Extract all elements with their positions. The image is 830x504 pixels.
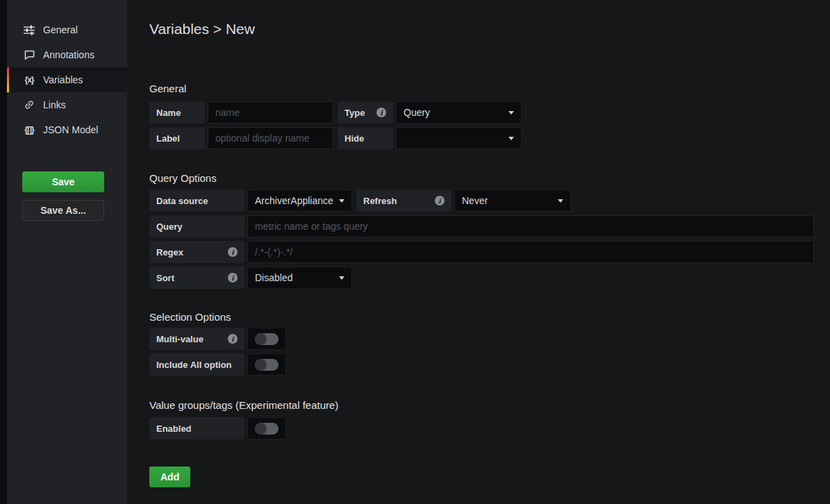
general-row-2: Label Hide bbox=[149, 127, 830, 149]
label-label: Label bbox=[149, 127, 205, 149]
refresh-select[interactable]: Never bbox=[454, 190, 571, 212]
add-button[interactable]: Add bbox=[149, 467, 190, 487]
label-field-group: Label bbox=[149, 127, 333, 149]
page-title: Variables > New bbox=[149, 21, 830, 37]
comment-icon bbox=[23, 50, 35, 60]
sidebar-item-links[interactable]: Links bbox=[7, 92, 127, 117]
sidebar-item-general[interactable]: General bbox=[7, 17, 127, 42]
type-select[interactable]: Query bbox=[396, 101, 522, 124]
multi-value-row: Multi-value i bbox=[149, 328, 830, 350]
settings-content: Variables > New General Name Type i Quer… bbox=[127, 0, 830, 504]
type-label-text: Type bbox=[345, 108, 365, 118]
collapsed-nav-strip bbox=[0, 0, 7, 504]
query-row: Query bbox=[149, 215, 830, 237]
refresh-select-value: Never bbox=[462, 195, 488, 206]
toggle-knob bbox=[255, 359, 267, 371]
toggle-switch-off bbox=[255, 359, 279, 371]
sort-label-text: Sort bbox=[156, 273, 174, 283]
hide-select[interactable] bbox=[396, 127, 522, 149]
general-heading: General bbox=[149, 83, 830, 95]
general-row-1: Name Type i Query bbox=[149, 101, 830, 124]
link-icon bbox=[23, 99, 35, 110]
chevron-down-icon bbox=[558, 199, 563, 203]
include-all-label: Include All option bbox=[149, 353, 244, 376]
query-options-heading: Query Options bbox=[149, 172, 830, 185]
chevron-down-icon bbox=[508, 111, 514, 115]
query-input[interactable] bbox=[247, 215, 814, 237]
enabled-label: Enabled bbox=[149, 417, 244, 439]
sidebar-item-label: JSON Model bbox=[43, 124, 98, 135]
toggle-switch-off bbox=[255, 423, 279, 435]
refresh-field-group: Refresh i Never bbox=[356, 190, 571, 212]
include-all-toggle[interactable] bbox=[247, 353, 286, 376]
regex-row: Regex i bbox=[149, 241, 830, 263]
info-icon[interactable]: i bbox=[376, 108, 386, 117]
info-icon[interactable]: i bbox=[228, 334, 238, 344]
info-icon[interactable]: i bbox=[228, 247, 238, 257]
selection-options-heading: Selection Options bbox=[149, 311, 830, 324]
settings-sidebar: General Annotations {x} Variables bbox=[7, 0, 127, 504]
active-item-indicator bbox=[7, 67, 9, 92]
datasource-row: Data source ArchiverAppliance Refresh i … bbox=[149, 190, 830, 212]
sort-select-value: Disabled bbox=[255, 272, 292, 283]
enabled-row: Enabled bbox=[149, 417, 830, 439]
datasource-field-group: Data source ArchiverAppliance bbox=[149, 190, 352, 212]
type-label: Type i bbox=[338, 101, 393, 124]
hide-field-group: Hide bbox=[338, 127, 522, 149]
refresh-label: Refresh i bbox=[356, 190, 451, 212]
sidebar-item-variables[interactable]: {x} Variables bbox=[7, 67, 127, 92]
multi-value-toggle[interactable] bbox=[247, 328, 286, 350]
datasource-select[interactable]: ArchiverAppliance bbox=[247, 190, 352, 212]
name-field-group: Name bbox=[149, 101, 333, 124]
sliders-icon bbox=[23, 25, 35, 35]
sort-label: Sort i bbox=[149, 267, 244, 289]
regex-label-text: Regex bbox=[156, 247, 183, 258]
toggle-knob bbox=[255, 423, 267, 435]
regex-label: Regex i bbox=[149, 241, 244, 263]
refresh-label-text: Refresh bbox=[363, 196, 397, 206]
save-button[interactable]: Save bbox=[22, 171, 104, 192]
hide-label: Hide bbox=[338, 127, 393, 149]
multi-value-label-text: Multi-value bbox=[156, 334, 204, 344]
regex-input[interactable] bbox=[247, 241, 814, 263]
multi-value-label: Multi-value i bbox=[149, 328, 244, 350]
info-icon[interactable]: i bbox=[228, 273, 238, 283]
type-select-value: Query bbox=[404, 107, 430, 118]
query-label: Query bbox=[149, 215, 244, 237]
chevron-down-icon bbox=[339, 276, 345, 280]
datasource-select-value: ArchiverAppliance bbox=[255, 195, 333, 206]
sort-row: Sort i Disabled bbox=[149, 267, 830, 289]
include-all-row: Include All option bbox=[149, 353, 830, 376]
sidebar-item-label: Links bbox=[43, 99, 66, 110]
enabled-toggle[interactable] bbox=[247, 417, 286, 439]
sidebar-item-annotations[interactable]: Annotations bbox=[7, 42, 127, 67]
name-label: Name bbox=[149, 101, 205, 124]
sidebar-item-label: Variables bbox=[43, 74, 83, 85]
datasource-label: Data source bbox=[149, 190, 244, 212]
chevron-down-icon bbox=[508, 137, 514, 140]
variables-icon: {x} bbox=[23, 75, 35, 85]
label-input[interactable] bbox=[208, 127, 333, 149]
sidebar-item-json-model[interactable]: {[]} JSON Model bbox=[7, 117, 127, 142]
chevron-down-icon bbox=[339, 199, 345, 203]
dashboard-settings-page: General Annotations {x} Variables bbox=[0, 0, 830, 504]
sidebar-item-label: General bbox=[43, 24, 78, 35]
settings-nav: General Annotations {x} Variables bbox=[7, 0, 127, 142]
type-field-group: Type i Query bbox=[338, 101, 522, 124]
toggle-switch-off bbox=[255, 333, 279, 345]
name-input[interactable] bbox=[208, 101, 333, 124]
sidebar-item-label: Annotations bbox=[43, 49, 94, 60]
toggle-knob bbox=[255, 333, 267, 345]
sort-select[interactable]: Disabled bbox=[247, 267, 352, 289]
save-as-button[interactable]: Save As... bbox=[22, 200, 104, 221]
value-groups-heading: Value groups/tags (Experimental feature) bbox=[149, 399, 830, 412]
json-braces-icon: {[]} bbox=[23, 125, 35, 135]
info-icon[interactable]: i bbox=[435, 196, 445, 205]
